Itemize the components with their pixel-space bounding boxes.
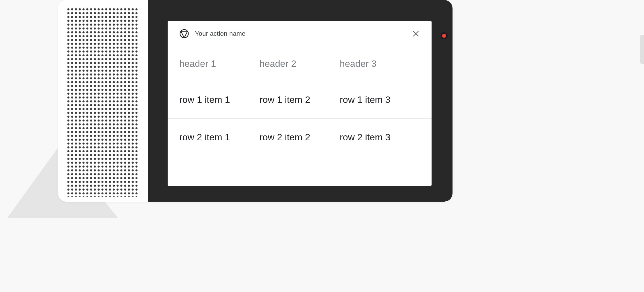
- table-cell: row 2 item 2: [260, 132, 340, 143]
- svg-rect-1: [67, 8, 139, 197]
- speaker-dot-grid: [67, 8, 139, 197]
- card-title: Your action name: [195, 30, 246, 37]
- close-icon[interactable]: [412, 30, 420, 38]
- table-header-row: header 1 header 2 header 3: [168, 46, 432, 81]
- table-row: row 2 item 1 row 2 item 2 row 2 item 3: [168, 119, 432, 156]
- card-header: Your action name: [168, 21, 432, 46]
- action-card: Your action name header 1 header 2 heade…: [168, 21, 432, 186]
- table-cell: row 1 item 2: [260, 94, 340, 105]
- table-column-header: header 3: [340, 58, 420, 69]
- smart-display-device-frame: Your action name header 1 header 2 heade…: [58, 0, 453, 202]
- action-logo-icon: [179, 29, 189, 39]
- table-row: row 1 item 1 row 1 item 2 row 1 item 3: [168, 81, 432, 119]
- page-scrollbar[interactable]: [640, 35, 644, 64]
- table-column-header: header 1: [179, 58, 260, 69]
- data-table: header 1 header 2 header 3 row 1 item 1 …: [168, 46, 432, 186]
- table-cell: row 2 item 1: [179, 132, 260, 143]
- table-cell: row 1 item 1: [179, 94, 260, 105]
- device-speaker-panel: [58, 0, 148, 202]
- table-column-header: header 2: [260, 58, 340, 69]
- table-cell: row 1 item 3: [340, 94, 420, 105]
- device-screen-area: Your action name header 1 header 2 heade…: [148, 0, 453, 202]
- camera-led-indicator: [442, 34, 446, 38]
- table-cell: row 2 item 3: [340, 132, 420, 143]
- svg-point-2: [180, 30, 188, 38]
